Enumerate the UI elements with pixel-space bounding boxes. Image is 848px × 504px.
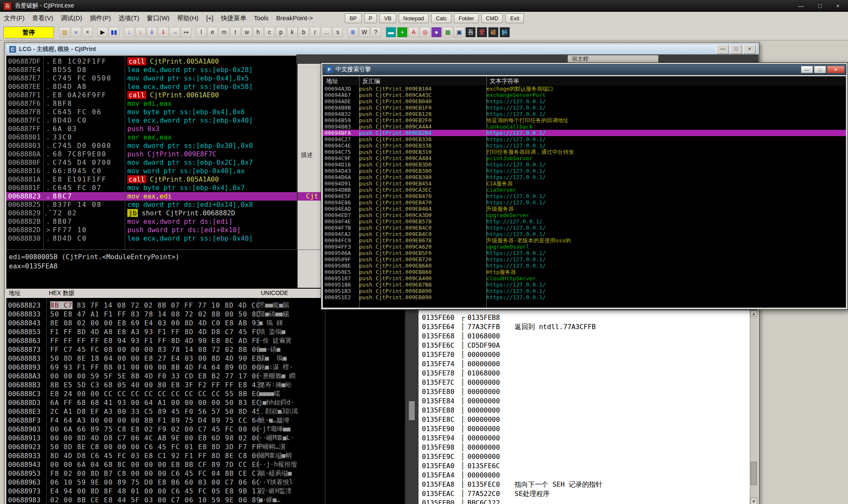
hex-dump-row[interactable]: 00688903 00 6A 66 89 75 C8 E8 02 F9 02 0… [6,425,405,434]
stack-row[interactable]: 0135FE84 │ 00000000 [419,397,750,406]
close-icon[interactable]: × [836,3,840,9]
restart-icon[interactable]: « [71,27,81,38]
hex-dump-row[interactable]: 00688963 06 10 59 9E 00 89 75 D0 E8 B6 6… [6,478,405,487]
scroll-up-icon[interactable]: ▲ [750,310,757,317]
log-window-button[interactable]: l [196,27,207,38]
executables-window-button[interactable]: e [207,27,218,38]
scrollbar-thumb[interactable] [751,462,757,485]
execute-till-return-icon[interactable]: → [169,27,180,38]
search-result-row[interactable]: 00694E5F push CjtPrint.009EB470 https://… [323,193,846,199]
disasm-row[interactable]: 006887F1 .E8 0A26F9FF callCjtPrint.0061A… [6,91,297,99]
stack-row[interactable]: 0135FE78 │ 01068000 [419,369,750,378]
menu-options[interactable]: 选项(T) [115,12,143,24]
search-result-row[interactable]: 00694E86 push CjtPrint.009EB470 https://… [323,199,846,206]
stack-row[interactable]: 0135FEA4 │ 00000000 [419,471,750,480]
disasm-row[interactable]: 00688830 .8D4D C0 leaecx,dword ptr ss:[e… [6,234,297,243]
menu-window[interactable]: 窗口(W) [143,12,173,24]
stack-row[interactable]: 0135FEA0 │ 0135FE6C [419,461,750,471]
search-result-row[interactable]: 006950E5 push CjtPrint.009EB860 Http服务器 [323,269,846,275]
menu-view[interactable]: 查看(V) [28,12,57,24]
search-result-row[interactable]: 00694B59 push CjtPrint.009EB2F0 给蓝湖的每个打印… [323,117,846,123]
help-icon[interactable]: ? [370,27,381,38]
windows-window-button[interactable]: w [242,27,252,38]
52pojie-ai-icon[interactable]: 爱 [477,27,487,38]
hex-dump-row[interactable]: 006888F3 F4 64 A3 00 00 00 00 8B F1 89 7… [6,416,405,425]
minimize-icon[interactable]: — [717,45,729,54]
stack-row[interactable]: 0135FE68 │ 01068000 [419,332,750,341]
search-result-row[interactable]: 00694FC9 push CjtPrint.009EB678 升级服务器-老版… [323,237,846,244]
52pojie-wu-icon[interactable]: 吾 [465,27,476,38]
close-icon[interactable]: × [827,66,845,73]
stack-pane[interactable]: 0135FE60 ┌ 0135FEB8 0135FE64 │ 77A3CFFB … [419,310,750,504]
plugin-a-icon[interactable]: A [408,27,419,38]
search-result-row[interactable]: 00694BFA push CjtPrint.009EB2B4 https://… [323,130,846,136]
search-result-row[interactable]: 00694C27 push CjtPrint.009EB338 https://… [323,136,846,142]
hex-dump-row[interactable]: 00688933 8D 4D D8 C6 45 FC 03 E8 C1 92 F… [6,451,405,460]
search-result-row[interactable]: 00694ED7 push CjtPrint.009CA3D0 upgradeS… [323,212,846,218]
menu-plugins[interactable]: 插件(P) [86,12,115,24]
toolbar-button[interactable] [120,27,123,38]
menu-tools[interactable]: Tools [250,12,272,24]
menu-shortcut[interactable]: 快捷菜单 [217,12,250,24]
hex-dump-row[interactable]: 00688843 8E 08 02 00 00 E8 69 E4 03 00 8… [6,319,405,327]
disasm-row[interactable]: 006887DF .E8 1C92F1FF callCjtPrint.005A1… [6,57,297,66]
disasm-row[interactable]: 006887E7 .C745 FC 0500 movdword ptr ss:[… [6,74,297,83]
hex-dump-row[interactable]: 00688833 50 E8 47 A1 F1 FF 83 78 14 08 7… [6,310,405,319]
disasm-row[interactable]: 006887F8 .C645 FC 06 movbyte ptr ss:[ebp… [6,108,297,116]
run-icon[interactable]: ▶ [97,27,108,38]
disasm-row[interactable]: 0068882D >FF77 10 pushdword ptr ds:[edi+… [6,226,297,234]
minimize-icon[interactable]: — [801,66,813,73]
disasm-row[interactable]: 00688801 .33C0 xoreax,eax [6,133,297,142]
hex-dump-row[interactable]: 00688953 F8 02 00 8D B7 C8 00 00 00 C6 4… [6,469,405,478]
disasm-row[interactable]: 006887FC .8D4D C0 leaecx,dword ptr ss:[e… [6,116,297,125]
search-result-row[interactable]: 00694B83 push CjtPrint.009CA4A4 lankuoCa… [323,123,846,130]
stack-row[interactable]: 0135FE64 │ 77A3CFFB 返回到 ntdll.77A3CFFB [419,322,750,332]
execute-till-user-icon[interactable]: ↦ [181,27,191,38]
hex-dump-pane[interactable]: 地址 HEX 数据 UNICODE 00688823 8B C783 7F 14… [6,289,405,504]
menu-help[interactable]: 帮助(H) [173,12,202,24]
animate-over-icon[interactable]: ⇓ [158,27,169,38]
scroll-down-icon[interactable]: ▼ [750,498,757,504]
stack-row[interactable]: 0135FE98 │ 00000000 [419,443,750,452]
hex-dump-row[interactable]: 006888E3 2C A1 D8 EF A3 00 33 C5 89 45 F… [6,407,405,416]
hex-dump-row[interactable]: 006888B3 8B E5 5D C3 68 05 40 00 80 E8 3… [6,381,405,389]
vb-button[interactable]: VB [379,13,396,23]
disasm-row[interactable]: 00688816 .66:8945 C0 movword ptr ss:[ebp… [6,167,297,175]
disasm-row[interactable]: 00688803 .C745 D0 0000 movdword ptr ss:[… [6,142,297,150]
close-program-icon[interactable]: × [82,27,93,38]
search-result-row[interactable]: 00694A67 push CjtPrint.009CA43C exchange… [323,92,846,98]
calc-button[interactable]: Calc [431,13,451,23]
disasm-row[interactable]: 0068881F .C645 FC 07 movbyte ptr ss:[ebp… [6,184,297,192]
cpu-window-titlebar[interactable]: C LCG - 主线程, 模块 - CjtPrint — □ × [6,44,758,55]
search-result-row[interactable]: 006951B3 push CjtPrint.009EB890 https://… [323,288,846,294]
search-result-row[interactable]: 00694FF3 push CjtPrint.009CA620 upgradeO… [323,244,846,250]
search-result-row[interactable]: 00694EAD push CjtPrint.009EB464 升级服务器 [323,206,846,212]
p-button[interactable]: P [364,13,377,23]
hex-dump-row[interactable]: 00688893 69 93 F1 FF B8 01 00 00 00 8B 4… [6,363,405,372]
hex-dump-row[interactable]: 00688913 00 00 8D 4D D8 C7 06 4C AB 9E 0… [6,434,405,442]
stack-row[interactable]: 0135FE9C │ 00000000 [419,452,750,461]
maximize-icon[interactable]: □ [730,45,742,54]
stack-row[interactable]: 0135FE94 │ 00000000 [419,434,750,443]
search-result-row[interactable]: 00694F7B push CjtPrint.009EB4C0 https://… [323,225,846,231]
search-result-row[interactable]: 00694C9F push CjtPrint.009CA484 printJob… [323,155,846,161]
search-result-row[interactable]: 00695107 push CjtPrint.009CA400 cloudHtt… [323,275,846,281]
hex-dump-row[interactable]: 006888A3 00 00 00 59 5F 5E 8B 4D F0 33 C… [6,372,405,381]
stack-row[interactable]: 0135FE90 │ 00000000 [419,424,750,434]
search-result-row[interactable]: 00695186 push CjtPrint.009EB7B8 https://… [323,281,846,288]
plugin-green-icon[interactable]: + [397,27,408,38]
menu-breakpoint[interactable]: BreakPoint-> [272,12,317,24]
exit-button[interactable]: Exit [505,13,524,23]
stack-row[interactable]: 0135FE74 │ 00000000 [419,359,750,369]
stack-row[interactable]: 0135FEB0 │ BBC6C122 [419,499,750,504]
stack-row[interactable]: 0135FE8C │ 00000000 [419,415,750,424]
hex-dump-row[interactable]: 006888D3 6A FF 68 68 41 93 00 64 A1 00 0… [6,398,405,407]
handles-window-button[interactable]: h [253,27,263,38]
threads-window-button[interactable]: t [230,27,241,38]
menu-file[interactable]: 文件(F) [0,12,28,24]
maximize-icon[interactable]: □ [814,66,826,73]
stack-row[interactable]: 0135FEAC │ 77A522C0 SE处理程序 [419,489,750,499]
animate-into-icon[interactable]: ⇓ [147,27,157,38]
notepad-button[interactable]: Notepad [399,13,429,23]
toolbar-button[interactable] [344,27,347,38]
